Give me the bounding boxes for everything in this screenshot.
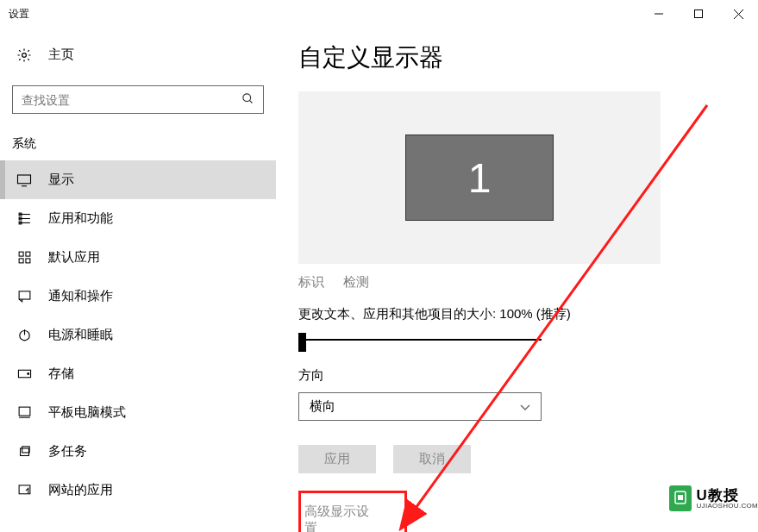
- power-icon: [16, 328, 33, 342]
- svg-rect-26: [20, 448, 28, 456]
- svg-point-4: [22, 53, 27, 57]
- nav-label: 存储: [48, 366, 74, 382]
- home-label: 主页: [48, 47, 74, 63]
- nav-item-default-apps[interactable]: 默认应用: [0, 238, 276, 277]
- orientation-select[interactable]: 横向: [298, 392, 542, 421]
- svg-point-23: [27, 373, 28, 375]
- search-input[interactable]: [22, 93, 241, 107]
- tablet-icon: [16, 405, 33, 420]
- nav-item-power[interactable]: 电源和睡眠: [0, 316, 276, 354]
- nav-label: 网站的应用: [48, 482, 113, 498]
- web-apps-icon: [16, 483, 33, 498]
- svg-line-6: [249, 100, 252, 103]
- section-label: 系统: [0, 129, 276, 160]
- svg-rect-16: [25, 252, 29, 256]
- nav-label: 通知和操作: [48, 288, 113, 304]
- slider-track: [298, 339, 542, 341]
- watermark: U教授 UJIAOSHOU.COM: [669, 485, 758, 511]
- display-arrangement-area[interactable]: 1: [298, 91, 661, 264]
- svg-rect-17: [19, 259, 23, 263]
- nav-label: 多任务: [48, 443, 87, 460]
- nav-item-display[interactable]: 显示: [0, 160, 276, 199]
- svg-rect-24: [19, 407, 30, 416]
- chevron-down-icon: [520, 399, 530, 414]
- nav-label: 电源和睡眠: [48, 327, 113, 343]
- slider-thumb[interactable]: [298, 333, 306, 352]
- page-heading: 自定义显示器: [298, 41, 758, 74]
- minimize-button[interactable]: [639, 0, 679, 28]
- detect-link[interactable]: 检测: [343, 274, 369, 291]
- identify-link[interactable]: 标识: [298, 274, 324, 291]
- nav-label: 应用和功能: [48, 210, 113, 227]
- svg-rect-27: [22, 447, 29, 453]
- nav-item-apps[interactable]: 应用和功能: [0, 199, 276, 238]
- window-title: 设置: [9, 7, 29, 22]
- scale-label: 更改文本、应用和其他项目的大小: 100% (推荐): [298, 306, 758, 322]
- home-link[interactable]: 主页: [0, 38, 276, 72]
- svg-rect-32: [678, 495, 683, 500]
- orientation-label: 方向: [298, 367, 758, 384]
- svg-rect-1: [695, 10, 703, 18]
- storage-icon: [16, 367, 33, 380]
- advanced-display-settings-link[interactable]: 高级显示设置: [298, 491, 407, 532]
- gear-icon: [16, 47, 33, 63]
- content-pane: 自定义显示器 1 标识 检测 更改文本、应用和其他项目的大小: 100% (推荐…: [276, 28, 758, 532]
- monitor-1[interactable]: 1: [405, 135, 554, 221]
- nav-item-storage[interactable]: 存储: [0, 354, 276, 393]
- close-button[interactable]: [718, 0, 758, 28]
- svg-rect-15: [19, 252, 23, 256]
- watermark-badge-icon: [669, 485, 692, 511]
- watermark-brand: U教授: [697, 488, 758, 503]
- nav-item-tablet[interactable]: 平板电脑模式: [0, 393, 276, 432]
- orientation-value: 横向: [310, 398, 335, 415]
- apps-icon: [16, 211, 33, 226]
- monitor-icon: [16, 173, 33, 187]
- svg-rect-19: [19, 291, 30, 299]
- monitor-number: 1: [468, 154, 492, 202]
- nav-item-web-apps[interactable]: 网站的应用: [0, 471, 276, 510]
- notification-icon: [16, 289, 33, 304]
- nav-item-notifications[interactable]: 通知和操作: [0, 277, 276, 316]
- apply-button[interactable]: 应用: [298, 445, 376, 473]
- svg-point-5: [243, 93, 251, 101]
- nav-label: 平板电脑模式: [48, 404, 126, 421]
- sidebar: 主页 系统 显示 应用和功能: [0, 28, 276, 532]
- nav-item-multitask[interactable]: 多任务: [0, 432, 276, 471]
- search-icon: [241, 92, 254, 108]
- multitask-icon: [16, 444, 33, 459]
- search-box[interactable]: [12, 85, 264, 114]
- nav-label: 默认应用: [48, 249, 100, 266]
- svg-rect-18: [25, 259, 29, 263]
- cancel-button[interactable]: 取消: [393, 445, 471, 473]
- maximize-button[interactable]: [679, 0, 718, 28]
- defaults-icon: [16, 250, 33, 265]
- scale-slider[interactable]: [298, 333, 542, 348]
- svg-rect-7: [18, 175, 31, 184]
- watermark-url: UJIAOSHOU.COM: [697, 503, 758, 510]
- nav-label: 显示: [48, 172, 74, 188]
